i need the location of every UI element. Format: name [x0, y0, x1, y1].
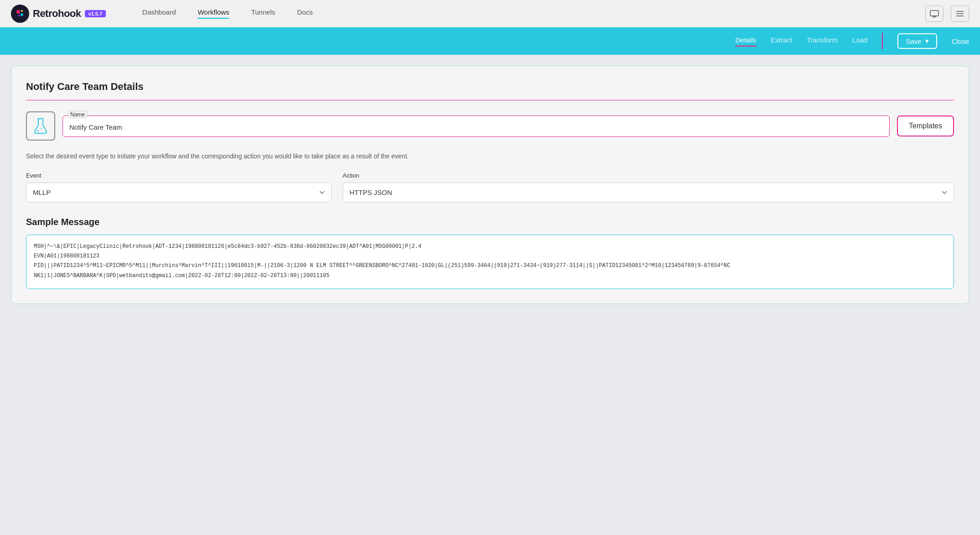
message-line-3: NK1|1|JONES^BARBARA^K|SPO|wetbandits@gma…	[34, 272, 946, 280]
sample-message-title: Sample Message	[26, 217, 954, 227]
flask-icon	[33, 118, 48, 134]
tab-extract[interactable]: Extract	[771, 36, 792, 47]
sample-message-box[interactable]: MSH|^~\&|EPIC|LegacyClinic|Retrohook|ADT…	[26, 235, 954, 289]
nav-docs[interactable]: Docs	[297, 8, 313, 19]
event-field-group: Event MLLP	[26, 172, 332, 202]
fields-row: Event MLLP Action HTTPS JSON	[26, 172, 954, 202]
templates-button[interactable]: Templates	[897, 115, 954, 136]
tab-group: Details Extract Transform Load	[735, 36, 868, 47]
flask-icon-box	[26, 111, 55, 141]
event-select[interactable]: MLLP	[26, 183, 332, 202]
details-card: Notify Care Team Details Name Templates …	[11, 66, 969, 304]
action-field-group: Action HTTPS JSON	[343, 172, 954, 202]
name-label: Name	[68, 111, 87, 118]
svg-point-2	[21, 13, 23, 16]
message-line-0: MSH|^~\&|EPIC|LegacyClinic|Retrohook|ADT…	[34, 242, 946, 251]
event-label: Event	[26, 172, 332, 179]
svg-point-13	[37, 130, 39, 131]
svg-point-3	[18, 15, 20, 16]
action-label: Action	[343, 172, 954, 179]
name-input[interactable]	[63, 115, 890, 137]
card-title: Notify Care Team Details	[26, 81, 954, 93]
svg-point-0	[14, 8, 26, 20]
monitor-button[interactable]	[925, 5, 944, 22]
nav-dashboard[interactable]: Dashboard	[142, 8, 176, 19]
message-line-1: EVN|A01|198808181123	[34, 252, 946, 261]
monitor-icon	[930, 10, 939, 17]
card-divider	[26, 100, 954, 100]
nav-tunnels[interactable]: Tunnels	[251, 8, 275, 19]
tab-transform[interactable]: Transform	[807, 36, 838, 47]
message-line-2: PID|||PATID1234^5^M11~EPICMR^5^M11||Murc…	[34, 262, 946, 270]
logo-icon	[11, 5, 29, 23]
description-text: Select the desired event type to initiat…	[26, 152, 954, 161]
svg-point-14	[41, 128, 42, 130]
tab-details[interactable]: Details	[735, 36, 756, 47]
tab-load[interactable]: Load	[852, 36, 867, 47]
secondary-bar: Details Extract Transform Load Save ▾ Cl…	[0, 27, 980, 55]
app-name: Retrohook	[33, 8, 81, 20]
action-select[interactable]: HTTPS JSON	[343, 183, 954, 202]
name-row: Name Templates	[26, 111, 954, 141]
name-input-wrapper: Name	[63, 115, 890, 137]
menu-button[interactable]	[951, 5, 969, 22]
svg-point-4	[21, 10, 23, 12]
header-actions	[925, 5, 969, 22]
version-badge: v1.5.7	[85, 10, 106, 17]
chevron-down-icon: ▾	[925, 37, 929, 45]
main-nav: Dashboard Workflows Tunnels Docs	[142, 8, 925, 19]
svg-rect-5	[930, 10, 938, 16]
main-content: Notify Care Team Details Name Templates …	[0, 55, 980, 315]
menu-icon	[956, 10, 964, 17]
app-header: Retrohook v1.5.7 Dashboard Workflows Tun…	[0, 0, 980, 27]
tab-divider	[882, 33, 883, 49]
svg-point-1	[16, 10, 20, 14]
close-button[interactable]: Close	[952, 37, 969, 45]
nav-workflows[interactable]: Workflows	[198, 8, 229, 19]
save-button[interactable]: Save ▾	[897, 33, 937, 49]
logo-area: Retrohook v1.5.7	[11, 5, 106, 23]
